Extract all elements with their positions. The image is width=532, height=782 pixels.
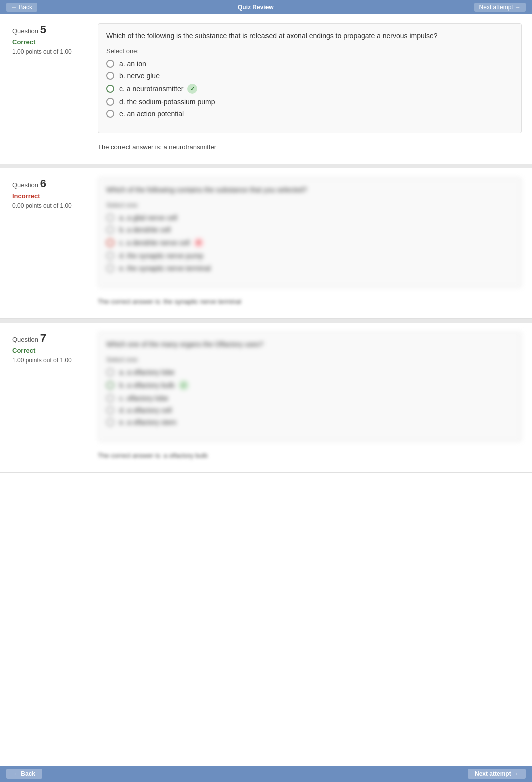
question-label-6: Question 6 <box>12 177 87 190</box>
answer-item-6-1: b. a dendrite cell <box>106 226 513 234</box>
radio-7-4[interactable] <box>106 418 114 426</box>
answer-item-6-3: d. the synaptic nerve pump <box>106 252 513 260</box>
bottom-prev-button[interactable]: ← Back <box>6 769 42 779</box>
radio-6-4[interactable] <box>106 264 114 272</box>
top-bar-title: Quiz Review <box>238 4 274 11</box>
answer-text-7-2: c. olfactory lobe <box>119 394 168 402</box>
answer-text-5-0: a. an ion <box>119 60 146 68</box>
radio-7-3[interactable] <box>106 406 114 414</box>
question-box-6: Which of the following contains the subs… <box>98 177 522 288</box>
radio-6-1[interactable] <box>106 226 114 234</box>
answer-item-7-4: e. a olfactory stem <box>106 418 513 426</box>
answer-text-5-2: c. a neurotransmitter <box>119 85 183 93</box>
question-points-6: 0.00 points out of 1.00 <box>12 202 87 210</box>
bottom-bar: ← Back Next attempt → <box>0 766 532 782</box>
answer-badge-5-2: ✓ <box>187 84 197 94</box>
answer-text-6-1: b. a dendrite cell <box>119 226 171 234</box>
question-points-5: 1.00 points out of 1.00 <box>12 48 87 56</box>
answer-badge-7-1: ✓ <box>179 380 189 390</box>
answer-list-5: a. an ionb. nerve gluec. a neurotransmit… <box>106 60 513 118</box>
top-bar-right: Next attempt → <box>474 3 526 12</box>
answer-item-7-0: a. a olfactory lobe <box>106 368 513 376</box>
answer-text-7-4: e. a olfactory stem <box>119 418 176 426</box>
bottom-next-button[interactable]: Next attempt → <box>468 769 526 779</box>
answer-list-7: a. a olfactory lobeb. a olfactory bulb✓c… <box>106 368 513 426</box>
answer-text-5-3: d. the sodium-potassium pump <box>119 98 215 106</box>
radio-6-3[interactable] <box>106 252 114 260</box>
radio-7-0[interactable] <box>106 368 114 376</box>
question-text-7: Which one of the many organs the Olfacto… <box>106 339 513 350</box>
radio-6-2[interactable] <box>106 239 114 247</box>
question-text-6: Which of the following contains the subs… <box>106 185 513 195</box>
answer-text-6-3: d. the synaptic nerve pump <box>119 252 203 260</box>
select-label-5: Select one: <box>106 47 513 55</box>
question-meta-7: Question 7 Correct 1.00 points out of 1.… <box>0 332 93 463</box>
question-number-6: 6 <box>40 177 46 190</box>
answer-text-7-1: b. a olfactory bulb <box>119 381 175 389</box>
radio-7-2[interactable] <box>106 394 114 402</box>
question-text-5: Which of the following is the substance … <box>106 31 513 41</box>
correct-answer-line-6: The correct answer is: the synaptic nerv… <box>98 294 522 309</box>
question-block-5: Question 5 Correct 1.00 points out of 1.… <box>0 14 532 164</box>
radio-5-2[interactable] <box>106 85 114 93</box>
question-label-7: Question 7 <box>12 332 87 345</box>
answer-list-6: a. a glial nerve cellb. a dendrite cellc… <box>106 214 513 272</box>
select-label-7: Select one: <box>106 356 513 363</box>
question-number-7: 7 <box>40 332 46 344</box>
radio-5-3[interactable] <box>106 98 114 106</box>
radio-5-0[interactable] <box>106 60 114 68</box>
answer-item-6-2: c. a dendrite nerve cell✗ <box>106 238 513 248</box>
top-bar-left: ← Back <box>6 3 37 12</box>
answer-item-7-3: d. a olfactory cell <box>106 406 513 414</box>
answer-text-6-0: a. a glial nerve cell <box>119 214 177 222</box>
answer-text-6-2: c. a dendrite nerve cell <box>119 239 190 247</box>
page-wrapper: ← Back Quiz Review Next attempt → Questi… <box>0 0 532 782</box>
question-content-7: Which one of the many organs the Olfacto… <box>93 332 532 463</box>
top-bar: ← Back Quiz Review Next attempt → <box>0 0 532 14</box>
question-status-7: Correct <box>12 347 87 354</box>
answer-item-7-2: c. olfactory lobe <box>106 394 513 402</box>
radio-6-0[interactable] <box>106 214 114 222</box>
answer-item-5-0: a. an ion <box>106 60 513 68</box>
question-status-6: Incorrect <box>12 192 87 200</box>
question-content-6: Which of the following contains the subs… <box>93 177 532 309</box>
question-meta-6: Question 6 Incorrect 0.00 points out of … <box>0 177 93 309</box>
answer-text-5-4: e. an action potential <box>119 110 184 118</box>
question-points-7: 1.00 points out of 1.00 <box>12 356 87 365</box>
answer-item-5-2: c. a neurotransmitter✓ <box>106 84 513 94</box>
answer-text-6-4: e. the synaptic nerve terminal <box>119 264 211 272</box>
question-label-5: Question 5 <box>12 23 87 36</box>
question-meta-5: Question 5 Correct 1.00 points out of 1.… <box>0 23 93 155</box>
content-area: Question 5 Correct 1.00 points out of 1.… <box>0 14 532 473</box>
question-box-5: Which of the following is the substance … <box>98 23 522 133</box>
correct-answer-line-5: The correct answer is: a neurotransmitte… <box>98 139 522 155</box>
answer-item-6-0: a. a glial nerve cell <box>106 214 513 222</box>
answer-item-5-3: d. the sodium-potassium pump <box>106 98 513 106</box>
question-block-7: Question 7 Correct 1.00 points out of 1.… <box>0 323 532 473</box>
answer-badge-6-2: ✗ <box>194 238 204 248</box>
radio-7-1[interactable] <box>106 381 114 389</box>
top-next-button[interactable]: Next attempt → <box>474 3 526 12</box>
correct-answer-line-7: The correct answer is: a olfactory bulb <box>98 448 522 463</box>
radio-5-1[interactable] <box>106 72 114 80</box>
question-box-7: Which one of the many organs the Olfacto… <box>98 332 522 442</box>
answer-item-7-1: b. a olfactory bulb✓ <box>106 380 513 390</box>
answer-text-7-0: a. a olfactory lobe <box>119 368 175 376</box>
question-content-5: Which of the following is the substance … <box>93 23 532 155</box>
top-back-button[interactable]: ← Back <box>6 3 37 12</box>
answer-text-5-1: b. nerve glue <box>119 72 160 80</box>
question-number-5: 5 <box>40 23 46 36</box>
answer-text-7-3: d. a olfactory cell <box>119 406 172 414</box>
answer-item-5-1: b. nerve glue <box>106 72 513 80</box>
answer-item-5-4: e. an action potential <box>106 110 513 118</box>
radio-5-4[interactable] <box>106 110 114 118</box>
select-label-6: Select one: <box>106 201 513 209</box>
question-block-6: Question 6 Incorrect 0.00 points out of … <box>0 168 532 319</box>
answer-item-6-4: e. the synaptic nerve terminal <box>106 264 513 272</box>
question-status-5: Correct <box>12 38 87 46</box>
